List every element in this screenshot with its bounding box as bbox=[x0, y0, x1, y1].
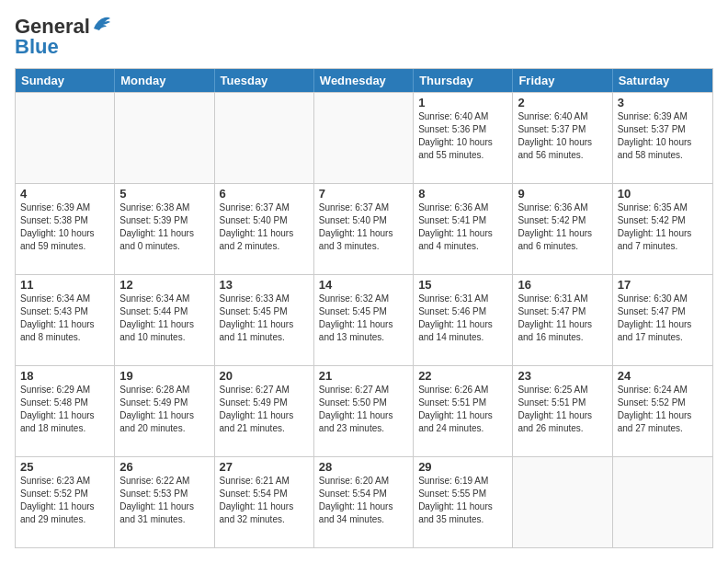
calendar-cell: 22Sunrise: 6:26 AM Sunset: 5:51 PM Dayli… bbox=[414, 366, 513, 456]
calendar-cell: 4Sunrise: 6:39 AM Sunset: 5:38 PM Daylig… bbox=[16, 184, 115, 274]
cell-date-number: 2 bbox=[518, 96, 607, 109]
calendar-body: 1Sunrise: 6:40 AM Sunset: 5:36 PM Daylig… bbox=[16, 92, 712, 547]
calendar-row: 18Sunrise: 6:29 AM Sunset: 5:48 PM Dayli… bbox=[16, 365, 712, 456]
cell-date-number: 3 bbox=[618, 96, 708, 109]
cell-date-number: 6 bbox=[220, 187, 309, 201]
page: General Blue SundayMondayTuesdayWednesda… bbox=[0, 0, 728, 563]
cell-date-number: 10 bbox=[618, 187, 708, 201]
cell-date-number: 20 bbox=[220, 369, 309, 383]
cell-date-number: 14 bbox=[319, 278, 408, 292]
calendar-cell: 25Sunrise: 6:23 AM Sunset: 5:52 PM Dayli… bbox=[16, 457, 115, 547]
cell-info: Sunrise: 6:26 AM Sunset: 5:51 PM Dayligh… bbox=[418, 384, 507, 435]
calendar-cell: 17Sunrise: 6:30 AM Sunset: 5:47 PM Dayli… bbox=[613, 275, 712, 365]
cell-date-number: 19 bbox=[119, 369, 209, 383]
cell-info: Sunrise: 6:36 AM Sunset: 5:42 PM Dayligh… bbox=[518, 201, 607, 253]
cell-info: Sunrise: 6:21 AM Sunset: 5:54 PM Dayligh… bbox=[220, 475, 309, 526]
calendar-cell: 2Sunrise: 6:40 AM Sunset: 5:37 PM Daylig… bbox=[513, 93, 612, 183]
cell-date-number: 22 bbox=[418, 369, 507, 383]
cell-date-number: 5 bbox=[119, 187, 209, 201]
calendar-cell: 8Sunrise: 6:36 AM Sunset: 5:41 PM Daylig… bbox=[414, 184, 513, 274]
calendar-cell: 6Sunrise: 6:37 AM Sunset: 5:40 PM Daylig… bbox=[215, 184, 314, 274]
cell-info: Sunrise: 6:33 AM Sunset: 5:45 PM Dayligh… bbox=[220, 293, 309, 344]
calendar-cell: 21Sunrise: 6:27 AM Sunset: 5:50 PM Dayli… bbox=[314, 366, 414, 456]
cell-info: Sunrise: 6:35 AM Sunset: 5:42 PM Dayligh… bbox=[618, 201, 708, 253]
cell-date-number: 28 bbox=[319, 460, 408, 474]
cell-info: Sunrise: 6:37 AM Sunset: 5:40 PM Dayligh… bbox=[319, 201, 408, 253]
calendar-cell: 28Sunrise: 6:20 AM Sunset: 5:54 PM Dayli… bbox=[314, 457, 414, 547]
cell-date-number: 7 bbox=[319, 187, 408, 201]
calendar-day-header: Wednesday bbox=[314, 69, 414, 92]
calendar-day-header: Friday bbox=[513, 69, 612, 92]
logo: General Blue bbox=[15, 15, 112, 59]
calendar-cell: 3Sunrise: 6:39 AM Sunset: 5:37 PM Daylig… bbox=[613, 93, 712, 183]
cell-info: Sunrise: 6:36 AM Sunset: 5:41 PM Dayligh… bbox=[418, 201, 507, 253]
calendar-cell: 9Sunrise: 6:36 AM Sunset: 5:42 PM Daylig… bbox=[513, 184, 612, 274]
cell-date-number: 27 bbox=[220, 460, 309, 474]
logo-bird-icon bbox=[92, 16, 112, 32]
cell-info: Sunrise: 6:22 AM Sunset: 5:53 PM Dayligh… bbox=[119, 475, 209, 526]
calendar-cell bbox=[215, 93, 314, 183]
cell-info: Sunrise: 6:29 AM Sunset: 5:48 PM Dayligh… bbox=[20, 384, 109, 435]
cell-info: Sunrise: 6:40 AM Sunset: 5:36 PM Dayligh… bbox=[418, 110, 507, 162]
cell-date-number: 13 bbox=[220, 278, 309, 292]
calendar-day-header: Saturday bbox=[613, 69, 712, 92]
calendar-cell bbox=[16, 93, 115, 183]
cell-info: Sunrise: 6:40 AM Sunset: 5:37 PM Dayligh… bbox=[518, 110, 607, 162]
calendar-cell: 14Sunrise: 6:32 AM Sunset: 5:45 PM Dayli… bbox=[314, 275, 414, 365]
cell-info: Sunrise: 6:24 AM Sunset: 5:52 PM Dayligh… bbox=[618, 384, 708, 435]
calendar-cell: 19Sunrise: 6:28 AM Sunset: 5:49 PM Dayli… bbox=[115, 366, 214, 456]
calendar-header: SundayMondayTuesdayWednesdayThursdayFrid… bbox=[16, 69, 712, 92]
cell-info: Sunrise: 6:34 AM Sunset: 5:44 PM Dayligh… bbox=[119, 293, 209, 344]
cell-info: Sunrise: 6:25 AM Sunset: 5:51 PM Dayligh… bbox=[518, 384, 607, 435]
cell-info: Sunrise: 6:39 AM Sunset: 5:37 PM Dayligh… bbox=[618, 110, 708, 162]
cell-info: Sunrise: 6:37 AM Sunset: 5:40 PM Dayligh… bbox=[220, 201, 309, 253]
calendar-cell: 24Sunrise: 6:24 AM Sunset: 5:52 PM Dayli… bbox=[613, 366, 712, 456]
calendar-row: 4Sunrise: 6:39 AM Sunset: 5:38 PM Daylig… bbox=[16, 183, 712, 274]
calendar-day-header: Tuesday bbox=[215, 69, 314, 92]
cell-info: Sunrise: 6:31 AM Sunset: 5:47 PM Dayligh… bbox=[518, 293, 607, 344]
cell-info: Sunrise: 6:28 AM Sunset: 5:49 PM Dayligh… bbox=[119, 384, 209, 435]
calendar-row: 1Sunrise: 6:40 AM Sunset: 5:36 PM Daylig… bbox=[16, 92, 712, 183]
calendar-cell bbox=[314, 93, 414, 183]
calendar-cell: 23Sunrise: 6:25 AM Sunset: 5:51 PM Dayli… bbox=[513, 366, 612, 456]
calendar-day-header: Sunday bbox=[16, 69, 115, 92]
calendar-cell: 12Sunrise: 6:34 AM Sunset: 5:44 PM Dayli… bbox=[115, 275, 214, 365]
cell-info: Sunrise: 6:27 AM Sunset: 5:50 PM Dayligh… bbox=[319, 384, 408, 435]
calendar-cell: 7Sunrise: 6:37 AM Sunset: 5:40 PM Daylig… bbox=[314, 184, 414, 274]
cell-info: Sunrise: 6:23 AM Sunset: 5:52 PM Dayligh… bbox=[20, 475, 109, 526]
calendar-cell: 16Sunrise: 6:31 AM Sunset: 5:47 PM Dayli… bbox=[513, 275, 612, 365]
cell-date-number: 23 bbox=[518, 369, 607, 383]
calendar-row: 25Sunrise: 6:23 AM Sunset: 5:52 PM Dayli… bbox=[16, 456, 712, 547]
cell-date-number: 12 bbox=[119, 278, 209, 292]
cell-info: Sunrise: 6:19 AM Sunset: 5:55 PM Dayligh… bbox=[418, 475, 507, 526]
cell-info: Sunrise: 6:34 AM Sunset: 5:43 PM Dayligh… bbox=[20, 293, 109, 344]
cell-date-number: 15 bbox=[418, 278, 507, 292]
cell-date-number: 26 bbox=[119, 460, 209, 474]
cell-date-number: 1 bbox=[418, 96, 507, 109]
calendar-cell: 20Sunrise: 6:27 AM Sunset: 5:49 PM Dayli… bbox=[215, 366, 314, 456]
calendar-cell: 27Sunrise: 6:21 AM Sunset: 5:54 PM Dayli… bbox=[215, 457, 314, 547]
cell-date-number: 11 bbox=[20, 278, 109, 292]
cell-info: Sunrise: 6:30 AM Sunset: 5:47 PM Dayligh… bbox=[618, 293, 708, 344]
calendar-cell: 11Sunrise: 6:34 AM Sunset: 5:43 PM Dayli… bbox=[16, 275, 115, 365]
cell-date-number: 24 bbox=[618, 369, 708, 383]
calendar-cell: 13Sunrise: 6:33 AM Sunset: 5:45 PM Dayli… bbox=[215, 275, 314, 365]
calendar-day-header: Thursday bbox=[414, 69, 513, 92]
calendar-cell: 5Sunrise: 6:38 AM Sunset: 5:39 PM Daylig… bbox=[115, 184, 214, 274]
calendar-cell bbox=[115, 93, 214, 183]
cell-info: Sunrise: 6:32 AM Sunset: 5:45 PM Dayligh… bbox=[319, 293, 408, 344]
calendar-row: 11Sunrise: 6:34 AM Sunset: 5:43 PM Dayli… bbox=[16, 274, 712, 365]
cell-date-number: 21 bbox=[319, 369, 408, 383]
calendar-cell: 10Sunrise: 6:35 AM Sunset: 5:42 PM Dayli… bbox=[613, 184, 712, 274]
cell-info: Sunrise: 6:39 AM Sunset: 5:38 PM Dayligh… bbox=[20, 201, 109, 253]
calendar-cell bbox=[613, 457, 712, 547]
cell-date-number: 4 bbox=[20, 187, 109, 201]
calendar-cell: 29Sunrise: 6:19 AM Sunset: 5:55 PM Dayli… bbox=[414, 457, 513, 547]
cell-date-number: 18 bbox=[20, 369, 109, 383]
calendar-day-header: Monday bbox=[115, 69, 214, 92]
calendar-cell bbox=[513, 457, 612, 547]
header: General Blue bbox=[15, 15, 713, 59]
cell-date-number: 16 bbox=[518, 278, 607, 292]
cell-info: Sunrise: 6:20 AM Sunset: 5:54 PM Dayligh… bbox=[319, 475, 408, 526]
cell-date-number: 29 bbox=[418, 460, 507, 474]
